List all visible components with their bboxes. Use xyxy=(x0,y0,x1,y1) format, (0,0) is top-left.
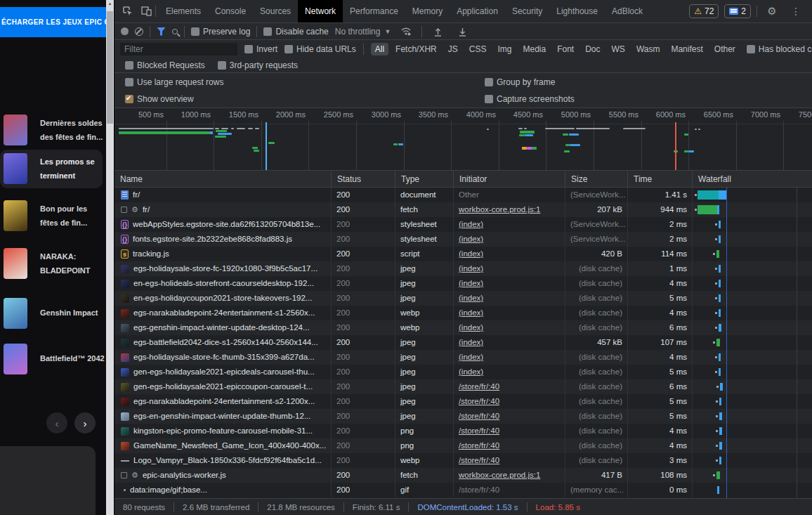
carousel-next-button[interactable]: › xyxy=(74,412,96,433)
filter-toggle-icon[interactable] xyxy=(157,27,166,36)
request-row[interactable]: kingston-epic-promo-feature-carousel-mob… xyxy=(114,424,812,438)
checkbox[interactable] xyxy=(485,78,493,86)
show-overview-checkbox[interactable]: Show overview xyxy=(125,94,194,104)
initiator-link[interactable]: (index) xyxy=(459,323,483,332)
game-carousel-item[interactable]: Bon pour les fêtes de fin... xyxy=(0,200,106,234)
request-row[interactable]: gen-egs-holidaysale2021-epiccoupon-carou… xyxy=(114,379,812,394)
request-filter-wasm[interactable]: Wasm xyxy=(632,43,664,56)
tab-application[interactable]: Application xyxy=(450,0,505,22)
request-row[interactable]: egs-en-genshin-impact-winter-update-thum… xyxy=(114,409,812,424)
request-filter-css[interactable]: CSS xyxy=(465,43,491,56)
initiator-link[interactable]: (index) xyxy=(459,264,483,273)
request-row[interactable]: egs-holidaysale-store-fc-thumb-315x399-a… xyxy=(114,350,812,365)
checkbox[interactable] xyxy=(218,61,226,70)
initiator-link[interactable]: /store/fr/:40 xyxy=(459,382,499,391)
game-carousel-item[interactable]: Battlefield™ 2042 xyxy=(0,344,106,377)
request-row[interactable]: GameName_Newsfeed_Game_Icon_400x400-400x… xyxy=(114,438,812,453)
request-filter-img[interactable]: Img xyxy=(493,43,516,56)
more-menu-icon[interactable]: ⋮ xyxy=(787,2,805,20)
request-filter-manifest[interactable]: Manifest xyxy=(667,43,707,56)
clear-button[interactable] xyxy=(135,27,143,36)
request-filter-media[interactable]: Media xyxy=(518,43,550,56)
game-carousel-item[interactable]: Genshin Impact xyxy=(0,298,106,332)
checkbox[interactable] xyxy=(125,95,133,103)
blocked-requests-checkbox[interactable]: Blocked Requests xyxy=(125,60,205,70)
download-epic-games-banner[interactable]: ÉCHARGER LES JEUX EPIC GAME xyxy=(0,7,106,37)
device-toolbar-icon[interactable] xyxy=(137,2,155,20)
invert-checkbox[interactable]: Invert xyxy=(244,44,277,54)
tab-elements[interactable]: Elements xyxy=(159,0,208,22)
game-carousel-item[interactable]: Les promos se terminent xyxy=(0,153,106,187)
request-row[interactable]: egs-narakabladepoint-24entertainment-s1-… xyxy=(114,306,812,320)
group-by-frame-checkbox[interactable]: Group by frame xyxy=(485,77,555,87)
checkbox[interactable] xyxy=(485,95,493,103)
tab-console[interactable]: Console xyxy=(208,0,253,22)
column-header-time[interactable]: Time xyxy=(628,171,693,188)
tab-memory[interactable]: Memory xyxy=(405,0,450,22)
checkbox[interactable] xyxy=(125,78,133,86)
initiator-link[interactable]: /store/fr/:40 xyxy=(459,412,499,420)
issues-badge[interactable]: 2 xyxy=(724,4,751,18)
warnings-badge[interactable]: ⚠ 72 xyxy=(689,4,719,18)
checkbox[interactable] xyxy=(284,45,293,53)
request-row[interactable]: ⚙fr/200fetchworkbox-core.prod.js:1207 kB… xyxy=(114,202,812,217)
request-row[interactable]: data:image/gif;base...200gif/store/fr/:4… xyxy=(114,483,812,497)
has-blocked-cookies-checkbox[interactable]: Has blocked cookies xyxy=(747,44,812,54)
checkbox[interactable] xyxy=(747,45,755,53)
request-checkbox[interactable] xyxy=(121,472,127,478)
tab-lighthouse[interactable]: Lighthouse xyxy=(549,0,605,22)
export-har-icon[interactable] xyxy=(453,22,471,41)
initiator-link[interactable]: workbox-core.prod.js:1 xyxy=(459,471,540,479)
page-scrollbar[interactable]: ▲ xyxy=(106,0,114,515)
initiator-link[interactable]: workbox-core.prod.js:1 xyxy=(459,205,540,214)
request-row[interactable]: egs-genshin-impact-winter-update-desktop… xyxy=(114,320,812,335)
tab-sources[interactable]: Sources xyxy=(253,0,298,22)
initiator-link[interactable]: (index) xyxy=(459,308,483,317)
network-overview-timeline[interactable]: 500 ms1000 ms1500 ms2000 ms2500 ms3000 m… xyxy=(114,108,812,171)
scrollbar-up-arrow-icon[interactable]: ▲ xyxy=(106,1,114,6)
game-carousel-item[interactable]: Dernières soldes des fêtes de fin... xyxy=(0,115,106,148)
request-row[interactable]: {}fonts.egstore-site.2b2322ebe868c8fad88… xyxy=(114,232,812,247)
request-filter-other[interactable]: Other xyxy=(710,43,740,56)
throttling-dropdown[interactable]: No throttling ▼ xyxy=(335,27,391,37)
request-filter-all[interactable]: All xyxy=(371,43,388,56)
game-carousel-item[interactable]: NARAKA: BLADEPOINT xyxy=(0,248,106,282)
request-row[interactable]: ⚙epic-analytics-worker.js200fetchworkbox… xyxy=(114,468,812,483)
capture-screenshots-checkbox[interactable]: Capture screenshots xyxy=(485,94,575,104)
use-large-rows-checkbox[interactable]: Use large request rows xyxy=(125,77,223,87)
column-header-status[interactable]: Status xyxy=(332,171,395,188)
settings-gear-icon[interactable]: ⚙ xyxy=(763,2,781,20)
column-header-initiator[interactable]: Initiator xyxy=(454,171,565,188)
request-row[interactable]: en-egs-holideals-storefront-caourseldesk… xyxy=(114,276,812,291)
search-icon[interactable] xyxy=(172,29,178,34)
request-checkbox[interactable] xyxy=(121,207,127,213)
initiator-link[interactable]: (index) xyxy=(459,279,483,287)
initiator-link[interactable]: /store/fr/:40 xyxy=(459,397,499,405)
initiator-link[interactable]: (index) xyxy=(459,235,483,243)
initiator-link[interactable]: (index) xyxy=(459,220,483,228)
request-filter-doc[interactable]: Doc xyxy=(581,43,604,56)
preserve-log-checkbox[interactable]: Preserve log xyxy=(191,27,250,37)
scrollbar-thumb[interactable] xyxy=(107,11,113,124)
checkbox[interactable] xyxy=(125,61,133,70)
initiator-link[interactable]: (index) xyxy=(459,353,483,361)
request-row[interactable]: {}webAppStyles.egstore-site.da62f6132057… xyxy=(114,217,812,232)
request-row[interactable]: Logo_Vampyr_Black-1850x336-5fdcf92f64fba… xyxy=(114,453,812,468)
tab-performance[interactable]: Performance xyxy=(343,0,405,22)
checkbox[interactable] xyxy=(244,45,253,53)
initiator-link[interactable]: /store/fr/:40 xyxy=(459,456,499,464)
request-row[interactable]: stracking.js200script(index)420 B114 ms xyxy=(114,247,812,261)
third-party-requests-checkbox[interactable]: 3rd-party requests xyxy=(218,60,298,70)
initiator-link[interactable]: /store/fr/:40 xyxy=(459,441,499,450)
request-row[interactable]: egs-battlefield2042-dice-s1-2560x1440-25… xyxy=(114,335,812,350)
initiator-link[interactable]: (index) xyxy=(459,249,483,258)
disable-cache-checkbox[interactable]: Disable cache xyxy=(263,27,328,37)
checkbox[interactable] xyxy=(263,27,272,36)
request-filter-font[interactable]: Font xyxy=(553,43,578,56)
column-header-name[interactable]: Name xyxy=(114,171,332,188)
request-row[interactable]: egs-narakabladepoint-24entertainment-s2-… xyxy=(114,394,812,409)
request-row[interactable]: en-egs-holidaycoupon2021-store-takeovers… xyxy=(114,291,812,306)
inspect-element-icon[interactable] xyxy=(119,2,137,20)
column-header-type[interactable]: Type xyxy=(395,171,454,188)
request-filter-fetchxhr[interactable]: Fetch/XHR xyxy=(391,43,441,56)
